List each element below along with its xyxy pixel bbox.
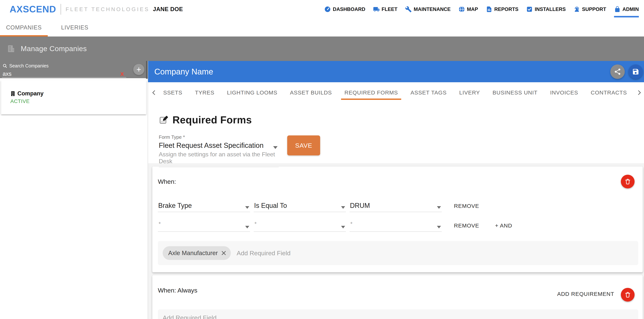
tab-label: CONTRACTS xyxy=(591,90,627,96)
share-icon xyxy=(614,68,621,75)
body: Search Companies axs X + Company ACTIVE … xyxy=(0,61,644,319)
condition-row: * * * REMOVE + xyxy=(158,218,638,232)
required-mark: * xyxy=(350,221,352,227)
tab-invoices[interactable]: INVOICES xyxy=(547,82,582,103)
delete-rule-button[interactable] xyxy=(621,175,634,188)
tab-tyres[interactable]: TYRES xyxy=(192,82,218,103)
required-fields-input[interactable]: Axle Manufacturer Add Required Field xyxy=(158,241,638,265)
top-nav: DASHBOARD FLEET MAINTENANCE MAP REPORTS … xyxy=(324,0,639,19)
chevron-left-icon[interactable] xyxy=(151,90,157,96)
tab-asset-tags[interactable]: ASSET TAGS xyxy=(407,82,450,103)
nav-fleet[interactable]: FLEET xyxy=(373,0,398,19)
nav-label: INSTALLERS xyxy=(535,7,566,12)
trash-icon xyxy=(624,291,631,298)
tab-label: LIVERY xyxy=(459,90,480,96)
lock-icon xyxy=(614,6,621,13)
add-requirement-button[interactable]: ADD REQUIREMENT xyxy=(557,291,614,297)
company-detail-tabs: SSETS TYRES LIGHTING LOOMS ASSET BUILDS … xyxy=(148,82,644,103)
condition-operator-select[interactable]: * xyxy=(254,218,346,232)
company-status-badge: ACTIVE xyxy=(10,98,146,104)
rule-card-header: When: Always ADD REQUIREMENT xyxy=(158,283,638,301)
when-label: When: xyxy=(158,178,176,185)
tab-companies[interactable]: COMPANIES xyxy=(0,19,48,37)
company-name-row: Company xyxy=(10,90,146,97)
conditions: Brake Type Is Equal To DRUM xyxy=(158,198,638,232)
save-company-button[interactable] xyxy=(628,65,643,79)
remove-condition-button[interactable]: REMOVE xyxy=(454,222,479,229)
trash-icon xyxy=(624,178,631,185)
add-and-condition-button[interactable]: + AND xyxy=(495,222,512,229)
save-icon xyxy=(632,68,639,75)
tab-lighting-looms[interactable]: LIGHTING LOOMS xyxy=(224,82,280,103)
tab-asset-builds[interactable]: ASSET BUILDS xyxy=(287,82,335,103)
tab-business-unit[interactable]: BUSINESS UNIT xyxy=(489,82,541,103)
select-value: Is Equal To xyxy=(254,202,287,209)
current-user: JANE DOE xyxy=(153,6,183,13)
search-label: Search Companies xyxy=(9,63,49,69)
remove-condition-button[interactable]: REMOVE xyxy=(454,203,479,209)
tab-livery[interactable]: LIVERY xyxy=(456,82,483,103)
dropdown-arrow-icon xyxy=(245,226,249,228)
building-icon xyxy=(10,91,16,97)
when-always-label: When: Always xyxy=(158,287,198,294)
rule-card-header: When: xyxy=(158,175,638,188)
form-edit-icon xyxy=(159,115,169,125)
condition-value-select[interactable]: DRUM xyxy=(350,198,442,212)
main-panel: Company Name SSETS TYRES LIGHTING LOOMS … xyxy=(148,61,644,319)
globe-icon xyxy=(458,6,465,13)
nav-map[interactable]: MAP xyxy=(458,0,478,19)
tab-required-forms[interactable]: REQUIRED FORMS xyxy=(341,82,401,103)
nav-admin[interactable]: ADMIN xyxy=(614,0,639,19)
building-icon xyxy=(7,45,15,53)
brand-divider xyxy=(60,4,61,15)
company-search[interactable]: Search Companies axs X + xyxy=(0,61,148,78)
save-button[interactable]: SAVE xyxy=(287,135,320,155)
tab-assets[interactable]: SSETS xyxy=(160,82,186,103)
nav-dashboard[interactable]: DASHBOARD xyxy=(324,0,365,19)
condition-operator-select[interactable]: Is Equal To xyxy=(254,198,346,212)
chip-close-icon[interactable] xyxy=(220,250,227,256)
condition-row: Brake Type Is Equal To DRUM xyxy=(158,198,638,212)
form-type-value: Fleet Request Asset Specification xyxy=(159,142,279,150)
dropdown-arrow-icon xyxy=(273,146,278,149)
report-icon xyxy=(486,6,492,13)
nav-label: MAP xyxy=(467,7,478,12)
share-button[interactable] xyxy=(610,65,625,79)
search-input[interactable]: axs xyxy=(2,71,12,77)
chevron-right-icon[interactable] xyxy=(636,90,642,96)
rules-area: When: Brake Type Is Equal To xyxy=(148,163,644,319)
tab-label: LIVERIES xyxy=(61,24,88,31)
condition-value-select[interactable]: * xyxy=(350,218,442,232)
headset-icon xyxy=(574,6,580,13)
nav-support[interactable]: SUPPORT xyxy=(574,0,606,19)
page-banner: Manage Companies xyxy=(0,37,644,61)
nav-maintenance[interactable]: MAINTENANCE xyxy=(405,0,450,19)
tab-liveries[interactable]: LIVERIES xyxy=(55,19,94,37)
sidebar-scrollbar[interactable] xyxy=(146,61,148,79)
condition-field-select[interactable]: Brake Type xyxy=(158,198,250,212)
delete-rule-button[interactable] xyxy=(621,288,634,301)
tab-contracts[interactable]: CONTRACTS xyxy=(587,82,630,103)
select-value: Brake Type xyxy=(158,202,192,209)
condition-field-select[interactable]: * xyxy=(158,218,250,232)
clear-search-button[interactable]: X xyxy=(120,71,124,77)
form-type-label: Form Type * xyxy=(159,134,279,140)
company-title: Company Name xyxy=(154,67,213,76)
nav-label: DASHBOARD xyxy=(333,7,365,12)
tab-label: ASSET TAGS xyxy=(410,90,446,96)
company-name: Company xyxy=(18,90,44,97)
company-list-item[interactable]: Company ACTIVE xyxy=(1,80,146,114)
tab-label: SSETS xyxy=(163,90,182,96)
app-header: AXSCEND FLEET TECHNOLOGIES JANE DOE DASH… xyxy=(0,0,644,19)
required-fields-input[interactable]: Add Required Field xyxy=(158,309,638,319)
nav-label: ADMIN xyxy=(622,7,639,12)
tab-label: REQUIRED FORMS xyxy=(344,90,398,96)
nav-reports[interactable]: REPORTS xyxy=(486,0,518,19)
required-mark: * xyxy=(158,221,161,227)
form-type-select[interactable]: Form Type * Fleet Request Asset Specific… xyxy=(159,134,279,167)
add-company-button[interactable]: + xyxy=(133,64,144,75)
search-underline xyxy=(2,77,126,78)
nav-installers[interactable]: INSTALLERS xyxy=(526,0,566,19)
dropdown-arrow-icon xyxy=(437,226,441,228)
required-mark: * xyxy=(183,134,185,140)
